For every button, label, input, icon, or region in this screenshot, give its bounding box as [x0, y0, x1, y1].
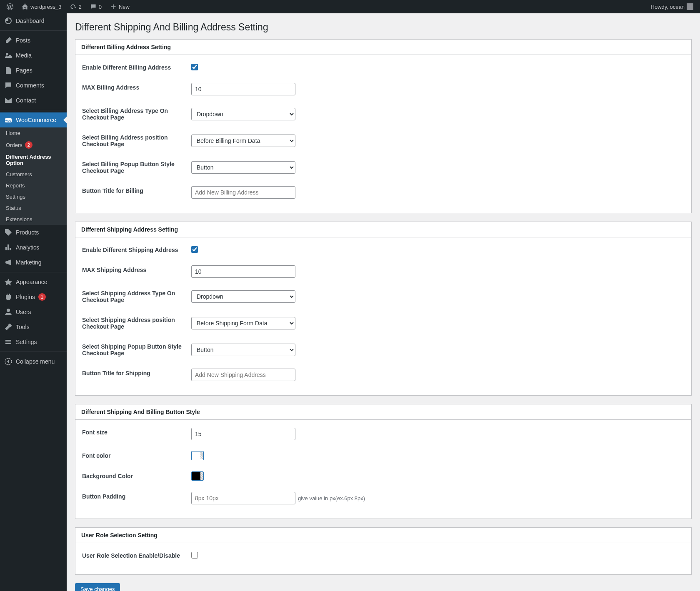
billing-max-input[interactable] [191, 83, 295, 95]
billing-enable-label: Enable Different Billing Address [82, 58, 190, 77]
submenu-reports[interactable]: Reports [0, 180, 67, 191]
shipping-max-label: MAX Shipping Address [82, 260, 190, 283]
wp-logo[interactable] [4, 0, 16, 13]
user-role-panel: User Role Selection Setting User Role Se… [75, 527, 692, 575]
menu-dashboard[interactable]: Dashboard [0, 13, 67, 28]
svg-text:woo: woo [5, 119, 11, 122]
avatar-icon [687, 3, 693, 10]
style-panel-header: Different Shipping And Billing Button St… [75, 404, 691, 420]
submenu-extensions[interactable]: Extensions [0, 214, 67, 225]
role-enable-label: User Role Selection Enable/Disable [82, 546, 190, 565]
billing-popup-select[interactable]: Button [191, 161, 295, 174]
menu-woocommerce[interactable]: wooWooCommerce [0, 112, 67, 127]
admin-sidebar: Dashboard Posts Media Pages Comments Con… [0, 13, 67, 591]
menu-tools[interactable]: Tools [0, 319, 67, 334]
submenu-settings[interactable]: Settings [0, 191, 67, 202]
shipping-popup-select[interactable]: Button [191, 344, 295, 356]
menu-analytics[interactable]: Analytics [0, 240, 67, 255]
shipping-type-select[interactable]: Dropdown [191, 290, 295, 303]
menu-pages[interactable]: Pages [0, 63, 67, 78]
shipping-panel: Different Shipping Address Setting Enabl… [75, 222, 692, 396]
font-color-label: Font color [82, 446, 190, 466]
role-enable-checkbox[interactable] [191, 552, 198, 559]
shipping-type-label: Select Shipping Address Type On Checkout… [82, 284, 190, 309]
billing-panel-header: Different Billing Address Setting [75, 40, 691, 55]
billing-position-select[interactable]: Before Billing Form Data [191, 135, 295, 147]
comments-link[interactable]: 0 [88, 0, 104, 13]
bg-color-label: Background Color [82, 466, 190, 486]
shipping-enable-checkbox[interactable] [191, 246, 198, 253]
shipping-popup-label: Select Shipping Popup Button Style Check… [82, 337, 190, 363]
orders-badge: 2 [25, 141, 32, 149]
font-color-picker[interactable] [191, 451, 204, 460]
shipping-button-title-label: Button Title for Shipping [82, 364, 190, 386]
admin-bar: wordpress_3 2 0 New Howdy, ocean [0, 0, 700, 13]
svg-point-0 [6, 53, 8, 55]
woocommerce-submenu: Home Orders 2 Different Address Option C… [0, 127, 67, 225]
menu-posts[interactable]: Posts [0, 33, 67, 48]
style-panel: Different Shipping And Billing Button St… [75, 404, 692, 519]
plugins-badge: 1 [38, 293, 46, 301]
howdy-link[interactable]: Howdy, ocean [648, 0, 696, 13]
billing-type-select[interactable]: Dropdown [191, 108, 295, 120]
menu-users[interactable]: Users [0, 304, 67, 319]
menu-plugins[interactable]: Plugins 1 [0, 289, 67, 304]
main-content: Different Shipping And Billing Address S… [67, 13, 700, 591]
shipping-panel-header: Different Shipping Address Setting [75, 222, 691, 237]
menu-products[interactable]: Products [0, 225, 67, 240]
padding-label: Button Padding [82, 487, 190, 509]
billing-button-title-label: Button Title for Billing [82, 181, 190, 204]
shipping-enable-label: Enable Different Shipping Address [82, 240, 190, 259]
menu-settings[interactable]: Settings [0, 334, 67, 349]
padding-input[interactable] [191, 492, 295, 504]
billing-popup-label: Select Billing Popup Button Style Checko… [82, 155, 190, 180]
billing-enable-checkbox[interactable] [191, 64, 198, 70]
font-color-swatch [192, 452, 200, 459]
bg-color-swatch [192, 472, 200, 480]
site-name-link[interactable]: wordpress_3 [19, 0, 64, 13]
billing-type-label: Select Billing Address Type On Checkout … [82, 101, 190, 127]
shipping-position-label: Select Shipping Address position Checkou… [82, 310, 190, 336]
billing-max-label: MAX Billing Address [82, 78, 190, 100]
new-content-link[interactable]: New [108, 0, 132, 13]
submenu-home[interactable]: Home [0, 127, 67, 139]
submenu-orders[interactable]: Orders 2 [0, 139, 67, 151]
menu-media[interactable]: Media [0, 48, 67, 63]
shipping-button-title-input[interactable] [191, 369, 295, 381]
menu-appearance[interactable]: Appearance [0, 274, 67, 289]
submenu-different-address-option[interactable]: Different Address Option [0, 151, 67, 169]
padding-hint: give value in px(ex.6px 8px) [298, 495, 365, 501]
submenu-customers[interactable]: Customers [0, 169, 67, 180]
menu-collapse[interactable]: Collapse menu [0, 354, 67, 369]
page-title: Different Shipping And Billing Address S… [75, 13, 692, 39]
billing-button-title-input[interactable] [191, 186, 295, 199]
billing-position-label: Select Billing Address position Checkout… [82, 128, 190, 154]
drag-handle-icon [200, 472, 203, 480]
font-size-label: Font size [82, 423, 190, 445]
shipping-position-select[interactable]: Before Shipping Form Data [191, 317, 295, 329]
billing-panel: Different Billing Address Setting Enable… [75, 39, 692, 213]
user-role-panel-header: User Role Selection Setting [75, 528, 691, 543]
shipping-max-input[interactable] [191, 265, 295, 278]
svg-point-3 [7, 309, 10, 312]
font-size-input[interactable] [191, 428, 295, 440]
updates-link[interactable]: 2 [67, 0, 84, 13]
drag-handle-icon [200, 452, 203, 459]
save-button[interactable]: Save changes [75, 583, 120, 591]
menu-comments[interactable]: Comments [0, 78, 67, 93]
submenu-status[interactable]: Status [0, 202, 67, 214]
menu-contact[interactable]: Contact [0, 93, 67, 108]
menu-marketing[interactable]: Marketing [0, 255, 67, 270]
bg-color-picker[interactable] [191, 471, 204, 481]
